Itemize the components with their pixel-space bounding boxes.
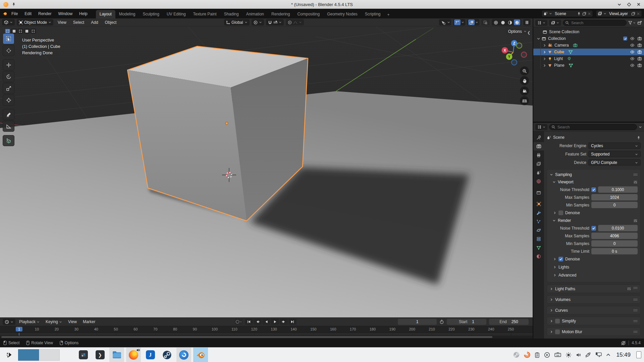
disable-in-render-icon[interactable] [637,63,642,68]
viewport-menu-item[interactable]: Object [103,19,119,25]
expand-arrow-icon[interactable] [537,37,540,41]
time-limit-value[interactable]: 0 s [591,248,638,254]
add-workspace-button[interactable]: + [384,11,393,18]
hide-in-viewport-icon[interactable] [630,50,635,54]
desktop-2-button[interactable] [39,349,60,361]
pause-render-button[interactable] [523,19,531,25]
outliner-row-plane[interactable]: Plane [533,62,644,69]
zoom-button[interactable] [520,66,529,75]
outliner-row-light[interactable]: Light [533,55,644,62]
steam-app-button[interactable] [160,348,174,362]
outliner-search[interactable] [563,20,627,26]
hide-in-viewport-icon[interactable] [630,36,635,41]
frame-end-field[interactable]: End250 [489,319,529,325]
show-desktop-button[interactable] [636,351,641,358]
timeline-menu-item[interactable]: Playback [17,319,42,325]
close-button[interactable] [637,2,641,6]
outliner-filter-display-button[interactable] [549,20,561,26]
drag-grip-icon[interactable] [633,309,638,312]
keyboard-layout-tray-icon[interactable] [554,352,561,357]
tab-tool[interactable] [533,133,544,142]
viewport-denoise-toggle[interactable]: Denoise [550,209,638,217]
disable-in-render-icon[interactable] [637,56,642,61]
properties-search-input[interactable] [549,124,637,130]
desktop-1-button[interactable] [18,349,39,361]
noise-threshold-value[interactable]: 0.1000 [598,186,638,193]
workspace-tab[interactable]: Rendering [268,10,293,18]
add-cube-tool[interactable] [3,135,14,146]
tab-physics[interactable] [533,226,544,234]
pivot-point-selector[interactable] [252,19,264,25]
blender-menu-icon[interactable] [2,11,8,16]
volume-tray-icon[interactable] [576,353,581,357]
3d-viewport[interactable]: Options User Perspective (1) Collection … [0,26,533,317]
zen-browser-app-button[interactable] [176,348,191,362]
motion-blur-panel[interactable]: Motion Blur [547,327,641,336]
topbar-menu-item[interactable]: Render [35,10,54,17]
topbar-menu-item[interactable]: Help [76,10,91,17]
noise-threshold-checkbox[interactable] [591,226,596,231]
properties-editor-type-button[interactable] [535,124,547,130]
curves-panel[interactable]: Curves [547,306,641,314]
timeline-scrollbar[interactable] [0,336,533,339]
tab-view-layer[interactable] [533,160,544,168]
display-tray-icon[interactable] [595,352,602,358]
render-denoise-toggle[interactable]: Denoise [550,255,638,263]
workspace-tab[interactable]: Scripting [361,10,384,18]
steam-tray-icon[interactable] [513,352,520,358]
current-frame-badge[interactable]: 1 [16,327,22,331]
joplin-app-button[interactable]: J [143,348,158,362]
simplify-panel[interactable]: Simplify [547,317,641,325]
prev-keyframe-button[interactable] [254,319,262,325]
editor-type-button[interactable] [2,19,15,25]
timeline-editor-type-button[interactable] [3,319,15,325]
timeline-menu-item[interactable]: Marker [80,319,98,325]
tab-collection[interactable] [533,188,544,197]
viewport-menu-item[interactable]: Add [89,19,100,25]
swirl-app-tray-icon[interactable] [524,352,530,358]
cursor-tool[interactable] [3,45,14,56]
max-samples-value[interactable]: 4096 [591,233,638,239]
outliner-row-cube[interactable]: Cube [533,49,644,55]
topbar-menu-item[interactable]: Edit [21,10,35,17]
select-mode-extend[interactable] [11,28,17,34]
firefox-app-button[interactable] [126,348,141,362]
min-samples-value[interactable]: 0 [591,240,638,247]
outliner-row-collection[interactable]: Collection [533,35,644,42]
workspace-tab[interactable]: Geometry Nodes [323,10,361,18]
hide-in-viewport-icon[interactable] [630,63,635,68]
terminal-app-button[interactable]: ❯ [93,348,107,362]
select-mode-set[interactable] [5,28,10,34]
camera-view-button[interactable] [520,86,529,96]
new-viewlayer-icon[interactable] [631,12,635,16]
workspace-tab[interactable]: Compositing [293,10,323,18]
unlink-scene-icon[interactable] [588,12,591,15]
workspace-tab[interactable]: Shading [220,10,243,18]
use-preview-range-icon[interactable] [439,319,444,324]
feature-set-select[interactable]: Supported [588,151,641,157]
timeline-track[interactable] [0,333,533,336]
collection-exclude-checkbox[interactable] [623,37,627,41]
tab-particles[interactable] [533,217,544,226]
jump-to-start-button[interactable] [245,319,253,325]
blender-app-button[interactable] [193,348,208,362]
tab-object-data[interactable] [533,243,544,252]
axis-orientation-gizmo[interactable]: Z X Y [502,40,527,65]
simplify-checkbox[interactable] [555,319,560,323]
xray-toggle[interactable] [481,19,490,25]
properties-search[interactable] [549,124,637,130]
drag-grip-icon[interactable] [633,320,638,322]
settings-app-button[interactable] [76,348,91,362]
expand-arrow-icon[interactable] [543,57,546,61]
render-engine-select[interactable]: Cycles [588,142,641,149]
tab-render[interactable] [533,142,544,150]
outliner-filter-button[interactable] [628,21,636,25]
scrollbar-handle[interactable] [1,336,492,338]
outliner-row-scene-collection[interactable]: Scene Collection [533,28,644,35]
file-manager-app-button[interactable] [109,348,124,362]
move-tool[interactable] [3,59,14,70]
timeline-menu-item[interactable]: View [66,319,79,325]
viewport-subpanel-header[interactable]: Viewport [550,178,638,186]
drag-grip-icon[interactable] [633,330,638,333]
pin-icon[interactable] [577,12,581,16]
